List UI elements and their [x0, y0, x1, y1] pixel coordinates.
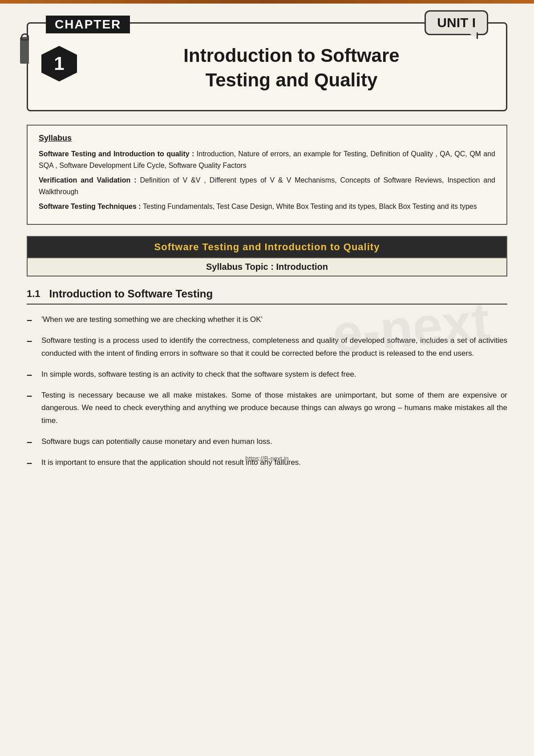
syllabus-topic-text: Syllabus Topic : Introduction: [206, 262, 328, 272]
bullet-item-1: – 'When we are testing something we are …: [27, 313, 507, 326]
bullet-item-5: – Software bugs can potentially cause mo…: [27, 435, 507, 448]
syllabus-box: Syllabus Software Testing and Introducti…: [27, 125, 507, 225]
section-title: Introduction to Software Testing: [49, 288, 213, 300]
footer-url: https://B-next.in: [245, 455, 288, 462]
chapter-hex-shape: 1: [41, 46, 77, 81]
bullet-text-1: 'When we are testing something we are ch…: [41, 313, 263, 326]
bullet-dash-5: –: [27, 436, 35, 448]
clip-decoration-left: [20, 37, 29, 64]
bullet-dash-4: –: [27, 390, 35, 402]
bullet-text-5: Software bugs can potentially cause mone…: [41, 435, 272, 448]
syllabus-topic-3: Software Testing Techniques :: [39, 203, 143, 210]
bullet-dash-3: –: [27, 369, 35, 381]
syllabus-description-3: Testing Fundamentals, Test Case Design, …: [143, 203, 477, 210]
chapter-title-line2: Testing and Quality: [206, 69, 378, 90]
syllabus-topic-1: Software Testing and Introduction to qua…: [39, 150, 197, 158]
page-footer: https://B-next.in: [0, 455, 534, 463]
chapter-number: 1: [54, 53, 64, 74]
chapter-title-line1: Introduction to Software: [183, 45, 399, 66]
chapter-title: Introduction to Software Testing and Qua…: [90, 41, 493, 92]
section-number: 1.1: [27, 288, 40, 300]
syllabus-topic-bar: Syllabus Topic : Introduction: [27, 258, 507, 276]
syllabus-entry-2: Verification and Validation : Definition…: [39, 175, 495, 197]
bullet-text-3: In simple words, software testing is an …: [41, 368, 356, 381]
top-decorative-border: [0, 0, 534, 4]
chapter-number-row: 1 Introduction to Software Testing and Q…: [41, 41, 493, 92]
syllabus-topic-2: Verification and Validation :: [39, 176, 140, 184]
bullet-dash-1: –: [27, 314, 35, 326]
syllabus-title: Syllabus: [39, 134, 495, 143]
bullet-text-4: Testing is necessary because we all make…: [41, 389, 507, 428]
syllabus-entry-1: Software Testing and Introduction to qua…: [39, 148, 495, 171]
unit-badge: UNIT I: [425, 10, 488, 35]
bullet-item-4: – Testing is necessary because we all ma…: [27, 389, 507, 428]
bullet-text-2: Software testing is a process used to id…: [41, 334, 507, 360]
bullet-item-2: – Software testing is a process used to …: [27, 334, 507, 360]
bullet-item-3: – In simple words, software testing is a…: [27, 368, 507, 381]
section-1-1-heading: 1.1 Introduction to Software Testing: [27, 288, 507, 305]
bullet-dash-2: –: [27, 335, 35, 347]
chapter-header: CHAPTER UNIT I 1 Introduction to Softwar…: [27, 22, 507, 111]
syllabus-entry-3: Software Testing Techniques : Testing Fu…: [39, 201, 495, 212]
chapter-label: CHAPTER: [46, 16, 130, 33]
section-banner: Software Testing and Introduction to Qua…: [27, 236, 507, 258]
section-banner-text: Software Testing and Introduction to Qua…: [154, 241, 380, 252]
content-section: – 'When we are testing something we are …: [27, 313, 507, 469]
